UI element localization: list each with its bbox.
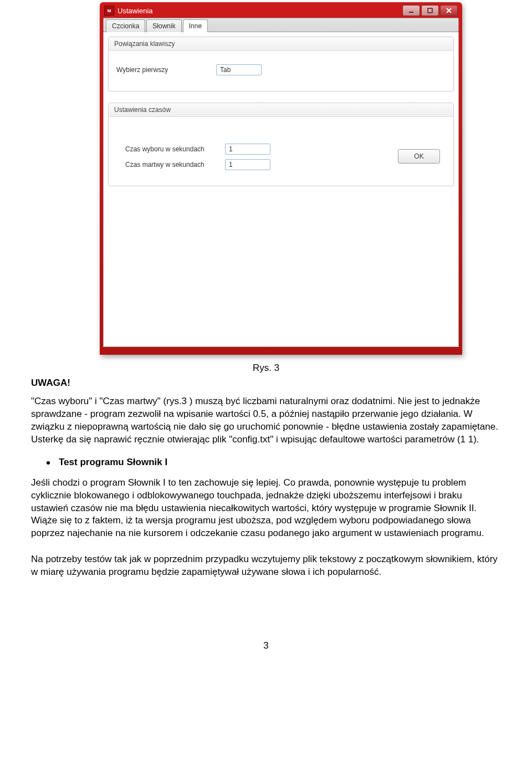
svg-rect-0 (409, 12, 413, 13)
subsection-title: Test programu Słownik I (59, 456, 167, 469)
label-czas-martwy: Czas martwy w sekundach (125, 161, 225, 169)
paragraph-1: "Czas wyboru" i "Czas martwy" (rys.3 ) m… (31, 395, 501, 446)
label-wybierz-pierwszy: Wybierz pierwszy (116, 66, 216, 74)
group-keybindings-title: Powiązania klawiszy (109, 37, 453, 51)
input-czas-wyboru[interactable]: 1 (225, 144, 270, 155)
document-body: UWAGA! "Czas wyboru" i "Czas martwy" (ry… (0, 377, 532, 675)
heading-uwaga: UWAGA! (31, 377, 501, 390)
close-button[interactable] (440, 5, 458, 16)
label-czas-wyboru: Czas wyboru w sekundach (125, 145, 225, 153)
titlebar: M Ustawienia (103, 3, 459, 18)
maximize-button[interactable] (421, 5, 439, 16)
svg-rect-1 (428, 8, 432, 13)
tab-czcionka[interactable]: Czcionka (106, 19, 145, 32)
window-title: Ustawienia (117, 7, 153, 15)
figure-caption: Rys. 3 (0, 363, 532, 374)
screenshot-window: M Ustawienia Czcionka Słown (100, 0, 462, 355)
tab-panel: Powiązania klawiszy Wybierz pierwszy Tab… (103, 32, 459, 347)
tabs-bar: Czcionka Słownik Inne (103, 18, 459, 32)
input-czas-martwy[interactable]: 1 (225, 159, 270, 170)
paragraph-2: Jeśli chodzi o program Słownik I to ten … (31, 477, 501, 540)
tab-inne[interactable]: Inne (183, 19, 208, 32)
tab-slownik[interactable]: Słownik (146, 19, 181, 32)
bullet-icon (47, 461, 50, 465)
app-icon: M (104, 6, 114, 16)
subsection-heading: Test programu Słownik I (47, 456, 501, 469)
ok-button[interactable]: OK (398, 149, 440, 164)
group-times-title: Ustawienia czasów (109, 103, 453, 117)
minimize-button[interactable] (402, 5, 420, 16)
page-number: 3 (31, 640, 501, 652)
group-keybindings: Powiązania klawiszy Wybierz pierwszy Tab (108, 37, 454, 91)
input-wybierz-pierwszy[interactable]: Tab (216, 64, 262, 75)
paragraph-3: Na potrzeby testów tak jak w poprzednim … (31, 553, 501, 579)
group-times: Ustawienia czasów Czas wyboru w sekundac… (108, 103, 454, 186)
